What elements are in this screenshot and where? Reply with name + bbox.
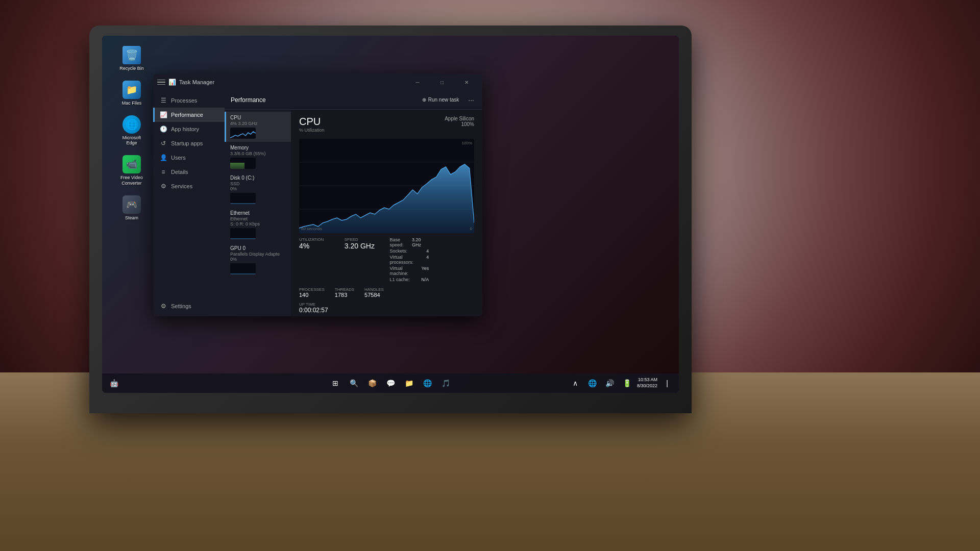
laptop-body: 🗑️ Recycle Bin 📁 Mac Files 🌐 Microsoft E… [89, 26, 692, 413]
taskbar-edge-button[interactable]: 🌐 [420, 375, 435, 391]
performance-header: Performance ⊕ Run new task ··· [225, 90, 482, 110]
time-display[interactable]: 10:53 AM 8/30/2022 [637, 377, 657, 389]
desktop-icons: 🗑️ Recycle Bin 📁 Mac Files 🌐 Microsoft E… [116, 46, 147, 221]
performance-label: Performance [171, 112, 203, 118]
details-icon: ≡ [160, 168, 167, 176]
recycle-bin-label: Recycle Bin [119, 66, 144, 71]
mac-files-label: Mac Files [122, 101, 142, 106]
sidebar-item-processes[interactable]: ☰ Processes [153, 93, 225, 108]
cpu-title-section: CPU % Utilization [299, 116, 325, 138]
sidebar-item-details[interactable]: ≡ Details [153, 165, 225, 179]
maximize-button[interactable]: □ [430, 74, 454, 90]
handles-stat: Handles 57584 [364, 287, 384, 298]
cpu-chart-container: 60 seconds 100% 0 [299, 139, 474, 233]
handles-stat-label: Handles [364, 287, 384, 292]
processes-label: Processes [171, 97, 197, 104]
performance-content: CPU 4% 3.20 GHz [225, 110, 482, 316]
base-speed-label: Base speed: [390, 237, 412, 247]
uptime-label: Up time [299, 302, 474, 307]
minimize-button[interactable]: ─ [406, 74, 429, 90]
taskbar-media-button[interactable]: 🎵 [438, 375, 453, 391]
taskbar-search-button[interactable]: 🔍 [346, 375, 361, 391]
taskbar-files-button[interactable]: 📁 [401, 375, 416, 391]
desktop-icon-edge[interactable]: 🌐 Microsoft Edge [116, 115, 147, 146]
utilization-stat: Utilization 4% [299, 237, 338, 282]
cpu-sub: 4% 3.20 GHz [230, 121, 287, 126]
hamburger-menu-icon[interactable] [157, 78, 165, 86]
edge-label: Microsoft Edge [116, 135, 147, 146]
sidebar-item-startup-apps[interactable]: ↺ Startup apps [153, 136, 225, 151]
taskbar-volume-icon[interactable]: 🔊 [602, 375, 618, 391]
screen-bezel: 🗑️ Recycle Bin 📁 Mac Files 🌐 Microsoft E… [102, 36, 679, 393]
taskbar-show-desktop-button[interactable]: | [659, 375, 675, 391]
close-button[interactable]: ✕ [455, 74, 478, 90]
virtual-processors-row: Virtual processors: 4 [390, 255, 429, 265]
sidebar-item-app-history[interactable]: 🕐 App history [153, 122, 225, 136]
virtual-machine-value: Yes [422, 266, 429, 276]
l1-cache-label: L1 cache: [390, 277, 410, 282]
sockets-value: 4 [426, 248, 429, 254]
more-options-button[interactable]: ··· [466, 95, 476, 105]
mac-files-icon: 📁 [122, 81, 141, 99]
base-speed-value: 3.20 GHz [412, 237, 429, 247]
memory-sub: 3.3/6.0 GB (55%) [230, 151, 287, 156]
tm-main: Performance ⊕ Run new task ··· [225, 90, 482, 316]
settings-icon: ⚙ [160, 303, 167, 310]
run-task-label: Run new task [428, 97, 459, 103]
sidebar-item-services[interactable]: ⚙ Services [153, 179, 225, 193]
processes-stat: Processes 140 [299, 287, 325, 298]
processes-stat-value: 140 [299, 292, 325, 298]
device-item-memory[interactable]: Memory 3.3/6.0 GB (55%) [225, 142, 291, 172]
desktop-icon-mac-files[interactable]: 📁 Mac Files [116, 81, 147, 106]
run-new-task-button[interactable]: ⊕ Run new task [419, 95, 462, 104]
users-icon: 👤 [160, 154, 167, 161]
tm-sidebar: ☰ Processes 📈 Performance 🕐 App history [153, 90, 225, 316]
time-text: 10:53 AM [638, 377, 657, 383]
gpu-sub: Parallels Display Adapte0% [230, 252, 287, 262]
l1-cache-value: N/A [421, 277, 429, 282]
taskbar-battery-icon[interactable]: 🔋 [620, 375, 635, 391]
services-icon: ⚙ [160, 183, 167, 190]
cpu-model: Apple Silicon [445, 116, 474, 121]
secondary-stats-row: Processes 140 Threads 1783 Handles [299, 287, 474, 298]
steam-label: Steam [125, 215, 138, 221]
taskbar-start-button[interactable]: ⊞ [328, 375, 343, 391]
device-item-gpu0[interactable]: GPU 0 Parallels Display Adapte0% [225, 242, 291, 278]
taskbar-widgets-button[interactable]: 📦 [364, 375, 380, 391]
taskbar-chat-button[interactable]: 💬 [383, 375, 398, 391]
chart-0-label: 0 [470, 227, 472, 231]
desktop-icon-steam[interactable]: 🎮 Steam [116, 195, 147, 221]
sidebar-item-settings[interactable]: ⚙ Settings [153, 299, 225, 313]
virtual-machine-row: Virtual machine: Yes [390, 266, 429, 276]
desktop-icon-fvc[interactable]: 📹 Free Video Converter [116, 155, 147, 186]
desktop: 🗑️ Recycle Bin 📁 Mac Files 🌐 Microsoft E… [102, 36, 679, 393]
device-item-disk0[interactable]: Disk 0 (C:) SSD0% [225, 172, 291, 207]
chart-100-label: 100% [462, 141, 472, 145]
virtual-processors-value: 4 [426, 255, 429, 265]
services-label: Services [171, 183, 192, 189]
desktop-icon-recycle-bin[interactable]: 🗑️ Recycle Bin [116, 46, 147, 71]
app-history-label: App history [171, 126, 199, 132]
taskbar-center: ⊞ 🔍 📦 💬 📁 🌐 🎵 [328, 375, 453, 391]
ethernet-sub: EthernetS: 0 R: 0 Kbps [230, 216, 287, 227]
startup-apps-label: Startup apps [171, 140, 203, 146]
uptime-value: 0:00:02:57 [299, 307, 474, 314]
device-item-cpu[interactable]: CPU 4% 3.20 GHz [225, 112, 291, 142]
cpu-title: CPU [299, 116, 325, 128]
taskbar-copilot-button[interactable]: 🤖 [106, 375, 121, 391]
cpu-model-section: Apple Silicon 100% [445, 116, 474, 127]
performance-title: Performance [231, 96, 266, 104]
utilization-value: 4% [299, 242, 338, 250]
device-item-ethernet[interactable]: Ethernet EthernetS: 0 R: 0 Kbps [225, 207, 291, 242]
taskbar-network-icon[interactable]: 🌐 [585, 375, 600, 391]
taskbar-chevron-button[interactable]: ∧ [568, 375, 583, 391]
gpu-mini-chart [230, 263, 256, 274]
sidebar-item-performance[interactable]: 📈 Performance [153, 108, 225, 122]
ethernet-name: Ethernet [230, 210, 287, 216]
taskbar-left: 🤖 [106, 375, 121, 391]
sockets-row: Sockets: 4 [390, 248, 429, 254]
run-task-icon: ⊕ [422, 97, 426, 103]
steam-icon: 🎮 [122, 195, 141, 214]
utilization-label: Utilization [299, 237, 338, 242]
sidebar-item-users[interactable]: 👤 Users [153, 151, 225, 165]
